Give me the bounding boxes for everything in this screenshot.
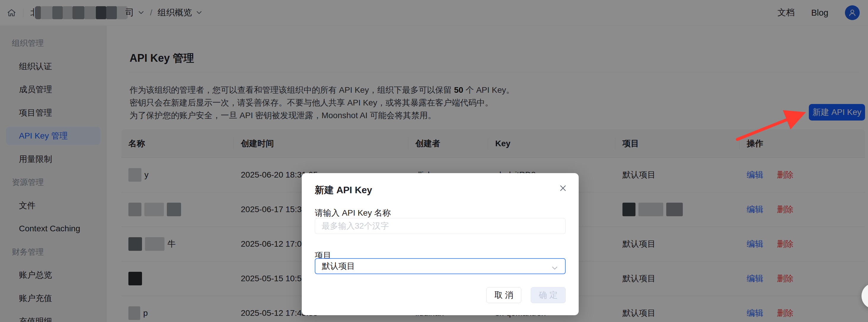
new-api-key-modal: 新建 API Key 请输入 API Key 名称 项目 默认项目 取消 确定 <box>302 173 579 315</box>
cancel-button[interactable]: 取消 <box>486 287 521 303</box>
app-root: 北 司 / 组织概览 文档 Blog 组织管 <box>0 0 868 322</box>
close-icon[interactable] <box>558 183 568 193</box>
project-select-value: 默认项目 <box>322 260 355 272</box>
api-key-name-input[interactable] <box>315 218 566 234</box>
project-select[interactable]: 默认项目 <box>315 258 566 274</box>
modal-title: 新建 API Key <box>315 184 372 197</box>
chevron-down-icon <box>551 263 559 273</box>
annotation-arrow <box>731 106 813 145</box>
confirm-button[interactable]: 确定 <box>531 287 566 303</box>
api-key-name-label: 请输入 API Key 名称 <box>315 207 391 219</box>
modal-footer: 取消 确定 <box>302 287 566 303</box>
